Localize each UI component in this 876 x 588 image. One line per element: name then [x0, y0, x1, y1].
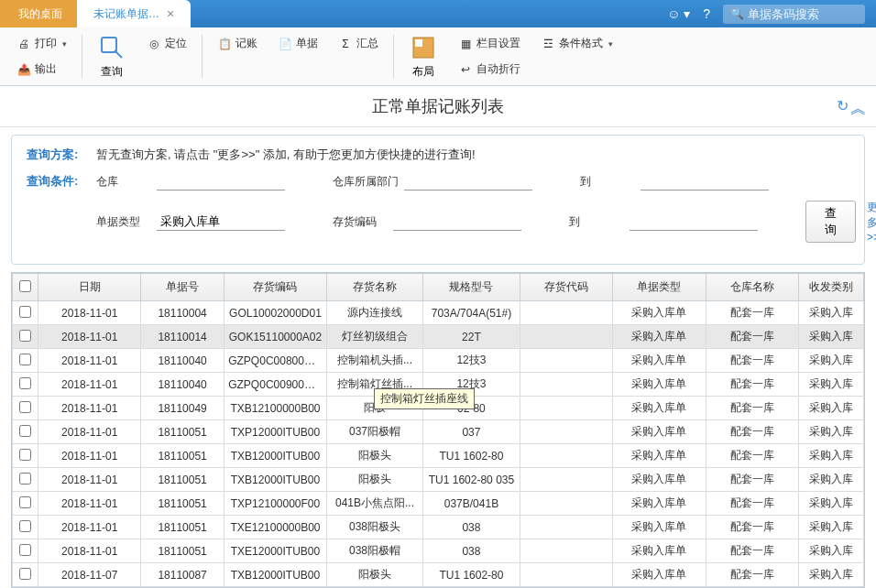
collapse-icon[interactable]: ︽	[850, 97, 867, 119]
to-input-1[interactable]	[641, 172, 769, 191]
svg-rect-0	[102, 38, 116, 52]
wrap-icon: ↩	[458, 62, 473, 77]
to-input-2[interactable]	[630, 212, 758, 231]
data-table: 日期单据号存货编码存货名称规格型号存货代码单据类型仓库名称收发类别 2018-1…	[11, 272, 865, 588]
autowrap-button[interactable]: ↩ 自动折行	[453, 59, 526, 80]
row-checkbox[interactable]	[19, 449, 31, 461]
more-link[interactable]: 更多>>	[867, 200, 876, 244]
row-checkbox[interactable]	[19, 473, 31, 485]
doctype-input[interactable]	[157, 212, 285, 231]
svg-rect-3	[415, 39, 422, 47]
search-input[interactable]	[748, 7, 858, 21]
cond-label: 查询条件:	[27, 173, 85, 190]
row-checkbox[interactable]	[19, 330, 31, 342]
row-checkbox[interactable]	[19, 401, 31, 413]
invcode-input[interactable]	[393, 212, 521, 231]
row-checkbox[interactable]	[19, 568, 31, 580]
row-checkbox[interactable]	[19, 354, 31, 365]
column-header[interactable]: 收发类别	[798, 274, 863, 301]
column-header[interactable]: 单据号	[140, 274, 224, 301]
table-row[interactable]: 2018-11-0118110051TXE12100000B00038阳极头03…	[13, 516, 864, 539]
locate-button[interactable]: ◎ 定位	[141, 33, 192, 54]
format-icon: ☲	[541, 37, 555, 51]
column-header[interactable]: 存货代码	[520, 274, 612, 301]
ledger-icon: 📋	[217, 37, 232, 51]
top-bar: 我的桌面 未记账单据… × ☺ ▾ ? 🔍	[0, 0, 876, 27]
svg-line-1	[115, 50, 122, 58]
scheme-text: 暂无查询方案, 请点击 "更多>>" 添加, 有助于您更加方便快捷的进行查询!	[96, 147, 476, 163]
columns-icon: ▦	[458, 37, 473, 51]
layout-button[interactable]: 布局	[400, 31, 447, 82]
row-checkbox[interactable]	[19, 377, 31, 389]
table-row[interactable]: 2018-11-0118110051TXB12000ITUB00阳极头TU1 1…	[13, 444, 864, 468]
column-header[interactable]: 存货编码	[224, 274, 327, 301]
help-icon[interactable]: ?	[703, 6, 710, 21]
sum-icon: Σ	[338, 37, 353, 51]
table-row[interactable]: 2018-11-0718110087TXB12000ITUB00阳极头TU1 1…	[13, 563, 864, 587]
select-all-checkbox[interactable]	[19, 280, 31, 292]
table-row[interactable]: 2018-11-0118110040GZPQ0C00800A00控制箱机头插..…	[13, 349, 864, 373]
target-icon: ◎	[147, 37, 161, 51]
magnifier-icon	[97, 33, 126, 62]
row-checkbox[interactable]	[19, 520, 31, 532]
query-submit-button[interactable]: 查询	[805, 201, 856, 243]
doc-icon: 📄	[278, 37, 292, 51]
print-button[interactable]: 🖨 打印▾	[11, 33, 72, 54]
search-icon: 🔍	[730, 7, 744, 20]
table-row[interactable]: 2018-11-0118110040GZPQ0C00900A00控制箱灯丝插..…	[13, 373, 864, 397]
tab-unrecorded[interactable]: 未记账单据… ×	[77, 0, 191, 27]
close-icon[interactable]: ×	[167, 6, 174, 21]
account-button[interactable]: 📋 记账	[212, 33, 263, 54]
scheme-label: 查询方案:	[27, 147, 85, 163]
dept-input[interactable]	[404, 172, 532, 191]
row-checkbox[interactable]	[19, 544, 31, 556]
summary-button[interactable]: Σ 汇总	[333, 33, 384, 54]
table-row[interactable]: 2018-11-0118110051TXP12000ITUB00037阳极帽03…	[13, 420, 864, 444]
column-settings-button[interactable]: ▦ 栏目设置	[453, 33, 526, 54]
layout-icon	[409, 33, 438, 62]
document-button[interactable]: 📄 单据	[272, 33, 323, 54]
column-header[interactable]: 单据类型	[613, 274, 706, 301]
warehouse-input[interactable]	[157, 172, 285, 191]
row-checkbox[interactable]	[19, 425, 31, 437]
barcode-search[interactable]: 🔍	[723, 5, 865, 24]
column-header[interactable]: 仓库名称	[706, 274, 798, 301]
column-header[interactable]: 日期	[38, 274, 141, 301]
user-icon[interactable]: ☺ ▾	[667, 6, 690, 21]
row-checkbox[interactable]	[19, 496, 31, 508]
table-row[interactable]: 2018-11-0118110051TXB12000ITUB00阳极头TU1 1…	[13, 468, 864, 492]
export-icon: 📤	[16, 62, 31, 77]
row-checkbox[interactable]	[19, 306, 31, 318]
query-button[interactable]: 查询	[88, 31, 136, 82]
table-row[interactable]: 2018-11-0118110051TXP12100000F00041B小焦点阳…	[13, 492, 864, 516]
table-row[interactable]: 2018-11-0118110004GOL10002000D01源内连接线703…	[13, 301, 864, 325]
refresh-icon[interactable]: ↻	[837, 97, 849, 114]
output-button[interactable]: 📤 输出	[11, 59, 72, 80]
table-row[interactable]: 2018-11-0118110014GOK15110000A02灯丝初级组合22…	[13, 325, 864, 349]
tab-desktop[interactable]: 我的桌面	[0, 0, 81, 27]
cond-format-button[interactable]: ☲ 条件格式▾	[535, 33, 619, 54]
column-header[interactable]: 存货名称	[326, 274, 422, 301]
page-title: 正常单据记账列表 ↻ ︽	[0, 86, 876, 127]
table-row[interactable]: 2018-11-0118110051TXE12000ITUB00038阳极帽03…	[13, 539, 864, 563]
table-row[interactable]: 2018-11-0118110049TXB12100000B00阳极02-80采…	[13, 397, 864, 420]
toolbar: 🖨 打印▾ 📤 输出 查询 ◎ 定位 📋 记账 📄 单据 Σ 汇总	[0, 27, 876, 86]
column-header[interactable]: 规格型号	[423, 274, 520, 301]
filter-panel: 查询方案: 暂无查询方案, 请点击 "更多>>" 添加, 有助于您更加方便快捷的…	[11, 135, 865, 265]
printer-icon: 🖨	[16, 37, 31, 51]
